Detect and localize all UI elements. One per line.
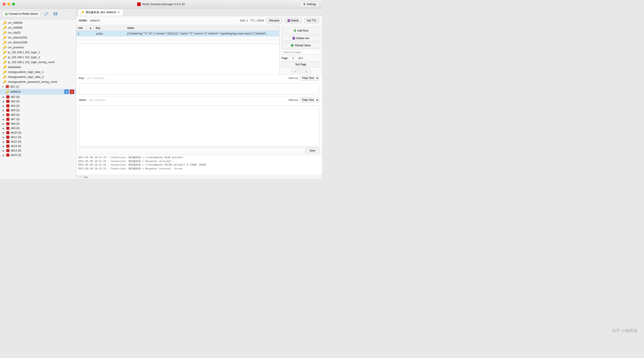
tab-close-button[interactable]: ✕ (118, 11, 120, 14)
delete-key-button[interactable]: ✕ (70, 89, 74, 94)
content-area: 🔑 测试服务器::db1::whiteUrl ✕ HASH: whiteUrl … (76, 8, 322, 179)
sidebar-item-db13[interactable]: ▶ db13 (0) (0, 144, 76, 148)
sidebar-item-cm-city33[interactable]: 🔑 cm_city33 (0, 30, 76, 35)
sidebar-item-cm048000[interactable]: 🔑 cm_048000 (0, 20, 76, 25)
key-icon: 🔑 (6, 90, 9, 94)
key-view-as-select[interactable]: Plain Text (300, 76, 319, 81)
chevron-right-icon: ▶ (3, 127, 4, 130)
copy-key-button[interactable]: ⧉ (64, 89, 69, 94)
key-textarea[interactable] (79, 83, 319, 95)
key-label-row: Key: size: 0.00 bytes (79, 77, 104, 80)
sidebar-item-cm-province[interactable]: 🔑 cm_province (0, 45, 76, 50)
refresh-button[interactable] (43, 10, 50, 17)
key-label: Key: (79, 77, 85, 80)
minimize-button[interactable] (8, 3, 10, 5)
sidebar-item-shangyuadmin1[interactable]: 🔑 shangyuadmin_login_date_1 (0, 70, 76, 74)
sidebar-item-db11[interactable]: ▶ db11 (0) (0, 135, 76, 139)
db-icon (6, 136, 10, 139)
table-row[interactable] (76, 39, 279, 41)
sidebar-item-db8[interactable]: ▶ db8 (0) (0, 122, 76, 126)
add-row-button[interactable]: ⊕ Add Row (282, 27, 320, 34)
sidebar-item-db2[interactable]: ▶ db2 (6) (0, 95, 76, 99)
db-icon (6, 104, 10, 107)
key-icon: 🔑 (3, 31, 6, 34)
next-page-button[interactable]: → (302, 68, 310, 74)
table-row[interactable] (76, 41, 279, 43)
rename-button[interactable]: Rename (266, 18, 282, 23)
sidebar-item-cm-district3306[interactable]: 🔑 cm_district3306 (0, 40, 76, 45)
sidebar-item-whiteUrl[interactable]: 🔑 whiteUrl ⧉ ✕ (0, 89, 76, 95)
delete-icon (288, 19, 290, 22)
sidebar-item-ip1[interactable]: 🔑 ip_192.168.1.102_login_1 (0, 50, 76, 55)
col-sort-arrow[interactable]: ▲ (88, 25, 94, 31)
sidebar-item-db3[interactable]: ▶ db3 (0) (0, 99, 76, 104)
page-input[interactable] (288, 56, 298, 60)
import-button[interactable] (52, 10, 59, 17)
sidebar-item-cm049000[interactable]: 🔑 cm_049000 (0, 25, 76, 30)
set-ttl-button[interactable]: Set TTL (304, 18, 319, 23)
delete-row-button[interactable]: Delete row (282, 35, 320, 41)
sidebar-item-db14[interactable]: ▶ db14 (0) (0, 148, 76, 153)
kv-main: Key: size: 0.00 bytes View as: Plain Tex… (76, 74, 322, 155)
table-row[interactable] (76, 45, 279, 47)
maximize-button[interactable] (12, 3, 15, 5)
value-textarea[interactable] (79, 105, 319, 147)
sidebar-item-ip-wrong[interactable]: 🔑 ip_192.168.1.102_login_wrong_count (0, 60, 76, 65)
reload-value-button[interactable]: Reload Value (282, 42, 320, 48)
sidebar-item-db4[interactable]: ▶ db4 (0) (0, 104, 76, 108)
close-button[interactable] (3, 3, 6, 5)
sidebar-item-shangyuadmin-pwd[interactable]: 🔑 shangyuadmin_password_wrong_count (0, 79, 76, 84)
key-icon: 🔑 (3, 80, 6, 84)
col-header-key: key (94, 25, 125, 31)
sidebar-item-db15[interactable]: ▶ db15 (0) (0, 153, 76, 157)
table-row[interactable]: 1 urlDto [{"deleteFlag":"0","id":1,"rema… (76, 31, 279, 37)
key-section: Key: size: 0.00 bytes View as: Plain Tex… (76, 74, 322, 96)
sidebar-item-shangyuadmin2[interactable]: 🔑 shangyuadmin_login_date_2 (0, 74, 76, 79)
nav-row: ← → (282, 68, 320, 74)
chevron-right-icon: ▶ (3, 114, 4, 116)
sidebar-item-cm-district3301[interactable]: 🔑 cm_district3301 (0, 35, 76, 40)
sidebar-item-db7[interactable]: ▶ db7 (0) (0, 117, 76, 122)
tab-whiteUrl[interactable]: 🔑 测试服务器::db1::whiteUrl ✕ (78, 9, 123, 16)
svg-marker-7 (55, 15, 56, 16)
table-row[interactable] (76, 37, 279, 39)
log-line-2: 2021-05-30 10:11:33 : Connection: 测试服务器 … (78, 160, 320, 163)
sidebar-item-db5[interactable]: ▶ db5 (0) (0, 108, 76, 113)
sidebar-list: 🔑 cm_048000 🔑 cm_049000 🔑 cm_city33 🔑 cm… (0, 19, 76, 179)
sidebar-item-db6[interactable]: ▶ db6 (0) (0, 113, 76, 117)
key-icon: 🔑 (3, 60, 6, 64)
save-row: Save (76, 147, 322, 155)
chevron-right-icon: ▶ (3, 132, 4, 134)
value-size-hint: size: 0.00 bytes (89, 99, 106, 101)
sidebar-item-ip2[interactable]: 🔑 ip_192.168.1.102_login_2 (0, 55, 76, 60)
sidebar-item-db10[interactable]: ▶ db10 (0) (0, 131, 76, 135)
search-input[interactable] (282, 50, 320, 55)
chevron-right-icon: ▶ (3, 154, 4, 156)
prev-page-button[interactable]: ← (291, 68, 300, 74)
connect-redis-button[interactable]: ⊕ Connect to Redis Server (2, 10, 41, 17)
key-field-area (76, 82, 322, 96)
log-toggle-button[interactable]: ▼ (78, 176, 82, 179)
value-view-as-select[interactable]: Plain Text (300, 98, 319, 102)
sidebar-item-db9[interactable]: ▶ db9 (0) (0, 126, 76, 131)
col-header-row: row (76, 25, 88, 31)
hash-type-label: HASH: (79, 19, 88, 22)
hash-key-value: whiteUrl (90, 19, 100, 22)
db-icon (6, 145, 10, 148)
sidebar-item-lalala[interactable]: 🔑 lalalalalala (0, 65, 76, 70)
hash-table: row ▲ key value 1 urlDto [{"deleteFlag":… (76, 25, 280, 74)
ttl-label: TTL: 16594 (250, 19, 264, 22)
app-icon (137, 2, 141, 6)
chevron-right-icon: ▶ (3, 109, 4, 112)
set-page-button[interactable]: Set Page (282, 62, 320, 67)
table-row[interactable] (76, 43, 279, 45)
delete-button[interactable]: Delete (284, 18, 302, 23)
key-icon: 🔑 (3, 21, 6, 25)
sidebar-item-db1[interactable]: ▼ db1 (1) (0, 84, 76, 89)
sidebar-item-db12[interactable]: ▶ db12 (0) (0, 139, 76, 144)
save-button[interactable]: Save (306, 148, 319, 153)
db-icon (6, 118, 10, 121)
chevron-right-icon: ▶ (3, 118, 4, 121)
value-view-as-row: View as: Plain Text (288, 98, 319, 102)
settings-button[interactable]: ⚙ Settings (300, 1, 319, 7)
